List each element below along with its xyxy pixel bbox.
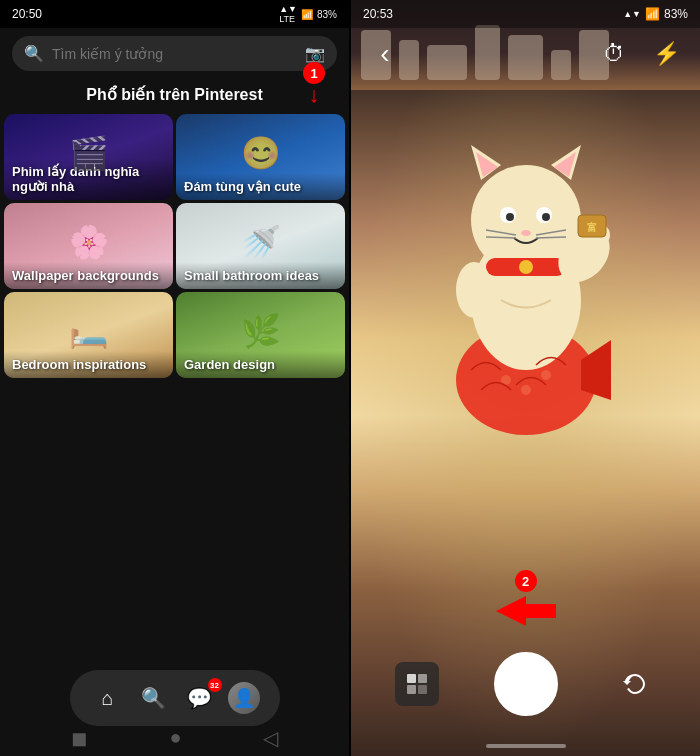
nav-home-os-button[interactable]: ●	[169, 726, 181, 750]
popular-title: Phổ biến trên Pinterest	[0, 85, 349, 104]
search-bar[interactable]: 🔍 📷	[12, 36, 337, 71]
left-panel: 20:50 ▲▼LTE 📶 83% 🔍 📷 1 ↓ Phổ biến trên …	[0, 0, 349, 756]
svg-point-12	[542, 213, 550, 221]
grid-label-wallpaper: Wallpaper backgrounds	[4, 262, 173, 289]
import-arrow-icon	[496, 596, 556, 626]
svg-point-22	[456, 262, 492, 318]
camera-top-right-controls: ⏱ ⚡	[596, 36, 684, 72]
search-icon: 🔍	[24, 44, 44, 63]
step-2-indicator: 2	[496, 570, 556, 626]
status-icons-left: ▲▼LTE 📶 83%	[279, 4, 337, 24]
nav-search-button[interactable]: 🔍	[136, 680, 172, 716]
camera-indicator	[486, 744, 566, 748]
grid-item-movies[interactable]: Phim lấy danh nghĩa người nhà	[4, 114, 173, 200]
svg-text:富: 富	[587, 222, 597, 233]
svg-rect-30	[418, 674, 427, 683]
grid-label-cute: Đám tùng vận cute	[176, 173, 345, 200]
step-1-indicator: 1 ↓	[303, 62, 325, 106]
svg-marker-1	[581, 340, 611, 400]
svg-point-27	[541, 370, 551, 380]
bottom-nav: ⌂ 🔍 💬 32 👤	[0, 670, 349, 726]
svg-rect-31	[407, 685, 416, 694]
nav-avatar-button[interactable]: 👤	[228, 682, 260, 714]
svg-rect-32	[418, 685, 427, 694]
battery-right: 83%	[664, 7, 688, 21]
time-right: 20:53	[363, 7, 393, 21]
wifi-icon: 📶	[301, 9, 313, 20]
signal-icon-right: ▲▼	[623, 9, 641, 19]
grid-item-bathroom[interactable]: Small bathroom ideas	[176, 203, 345, 289]
nav-chat-button[interactable]: 💬 32	[182, 680, 218, 716]
status-bar-right: 20:53 ▲▼ 📶 83%	[351, 0, 700, 28]
bottom-home-bar: ◼ ● ◁	[0, 726, 349, 750]
flip-icon	[621, 670, 649, 698]
step-2-circle: 2	[515, 570, 537, 592]
battery-left: 83%	[317, 9, 337, 20]
gallery-button[interactable]	[395, 662, 439, 706]
signal-icon: ▲▼LTE	[279, 4, 297, 24]
flip-camera-button[interactable]	[613, 662, 657, 706]
grid-label-bathroom: Small bathroom ideas	[176, 262, 345, 289]
svg-point-13	[521, 230, 531, 236]
svg-point-26	[521, 385, 531, 395]
nav-recents-button[interactable]: ◁	[263, 726, 278, 750]
svg-line-15	[486, 237, 516, 238]
grid-label-bedroom: Bedroom inspirations	[4, 351, 173, 378]
status-bar-left: 20:50 ▲▼LTE 📶 83%	[0, 0, 349, 28]
svg-point-11	[506, 213, 514, 221]
grid-label-movies: Phim lấy danh nghĩa người nhà	[4, 158, 173, 200]
grid-item-bedroom[interactable]: Bedroom inspirations	[4, 292, 173, 378]
grid-item-garden[interactable]: Garden design	[176, 292, 345, 378]
svg-rect-29	[407, 674, 416, 683]
camera-timer-button[interactable]: ⏱	[596, 36, 632, 72]
camera-back-button[interactable]: ‹	[367, 36, 403, 72]
wifi-icon-right: 📶	[645, 7, 660, 21]
svg-marker-28	[496, 596, 556, 626]
nav-back-button[interactable]: ◼	[71, 726, 88, 750]
lucky-cat-svg: 富	[426, 80, 626, 460]
svg-line-17	[536, 237, 566, 238]
grid-item-cute[interactable]: Đám tùng vận cute	[176, 114, 345, 200]
grid-item-wallpaper[interactable]: Wallpaper backgrounds	[4, 203, 173, 289]
status-icons-right: ▲▼ 📶 83%	[623, 7, 688, 21]
search-input[interactable]	[52, 46, 297, 62]
step-1-circle: 1	[303, 62, 325, 84]
camera-bottom-bar	[351, 744, 700, 748]
camera-flash-button[interactable]: ⚡	[648, 36, 684, 72]
lucky-cat-figure: 富	[426, 80, 626, 480]
right-panel: 20:53 ▲▼ 📶 83% ‹ ⏱ ⚡	[351, 0, 700, 756]
step-1-arrow: ↓	[309, 84, 320, 106]
chat-badge: 32	[208, 678, 222, 692]
gallery-icon	[405, 672, 429, 696]
camera-bottom-controls	[351, 652, 700, 716]
svg-point-19	[519, 260, 533, 274]
shutter-button[interactable]	[494, 652, 558, 716]
nav-home-button[interactable]: ⌂	[90, 680, 126, 716]
grid-label-garden: Garden design	[176, 351, 345, 378]
camera-search-icon[interactable]: 📷	[305, 44, 325, 63]
nav-pill: ⌂ 🔍 💬 32 👤	[70, 670, 280, 726]
trending-grid: Phim lấy danh nghĩa người nhà Đám tùng v…	[4, 114, 345, 378]
time-left: 20:50	[12, 7, 42, 21]
camera-top-controls: ‹ ⏱ ⚡	[351, 28, 700, 80]
